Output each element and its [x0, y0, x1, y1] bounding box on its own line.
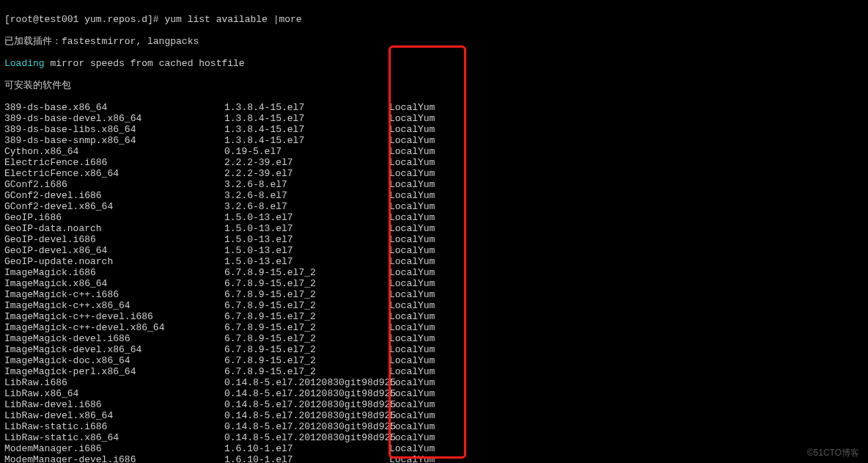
package-version: 6.7.8.9-15.el7_2: [224, 355, 389, 366]
package-version: 1.3.8.4-15.el7: [224, 102, 389, 113]
package-row: LibRaw-static.x86_640.14.8-5.el7.2012083…: [4, 432, 864, 443]
package-version: 6.7.8.9-15.el7_2: [224, 333, 389, 344]
package-name: GeoIP-update.noarch: [4, 256, 224, 267]
package-repo: LocalYum: [389, 421, 448, 432]
package-repo: LocalYum: [389, 377, 448, 388]
package-repo: LocalYum: [389, 454, 448, 463]
package-name: GConf2-devel.i686: [4, 190, 224, 201]
package-name: GConf2-devel.x86_64: [4, 201, 224, 212]
package-version: 6.7.8.9-15.el7_2: [224, 322, 389, 333]
package-version: 6.7.8.9-15.el7_2: [224, 278, 389, 289]
package-repo: LocalYum: [389, 157, 448, 168]
package-repo: LocalYum: [389, 278, 448, 289]
package-repo: LocalYum: [389, 135, 448, 146]
package-repo: LocalYum: [389, 190, 448, 201]
package-repo: LocalYum: [389, 223, 448, 234]
package-row: GConf2-devel.i6863.2.6-8.el7LocalYum: [4, 190, 864, 201]
package-row: GConf2.i6863.2.6-8.el7LocalYum: [4, 179, 864, 190]
plugin-line: 已加载插件：fastestmirror, langpacks: [4, 36, 864, 47]
package-repo: LocalYum: [389, 399, 448, 410]
package-row: ImageMagick-c++.i6866.7.8.9-15.el7_2Loca…: [4, 289, 864, 300]
package-row: ModemManager.i6861.6.10-1.el7LocalYum: [4, 443, 864, 454]
package-name: GConf2.i686: [4, 179, 224, 190]
package-row: 389-ds-base-libs.x86_641.3.8.4-15.el7Loc…: [4, 124, 864, 135]
package-row: LibRaw-devel.x86_640.14.8-5.el7.20120830…: [4, 410, 864, 421]
package-repo: LocalYum: [389, 146, 448, 157]
package-row: ImageMagick-perl.x86_646.7.8.9-15.el7_2L…: [4, 366, 864, 377]
package-version: 1.5.0-13.el7: [224, 256, 389, 267]
package-version: 3.2.6-8.el7: [224, 190, 389, 201]
package-name: ImageMagick-devel.i686: [4, 333, 224, 344]
package-version: 3.2.6-8.el7: [224, 201, 389, 212]
package-version: 6.7.8.9-15.el7_2: [224, 366, 389, 377]
package-version: 1.6.10-1.el7: [224, 454, 389, 463]
package-version: 0.14.8-5.el7.20120830git98d925: [224, 399, 389, 410]
package-repo: LocalYum: [389, 344, 448, 355]
package-version: 6.7.8.9-15.el7_2: [224, 267, 389, 278]
package-row: GConf2-devel.x86_643.2.6-8.el7LocalYum: [4, 201, 864, 212]
package-version: 2.2.2-39.el7: [224, 168, 389, 179]
package-name: ImageMagick-doc.x86_64: [4, 355, 224, 366]
package-version: 0.14.8-5.el7.20120830git98d925: [224, 432, 389, 443]
package-version: 0.14.8-5.el7.20120830git98d925: [224, 377, 389, 388]
package-name: GeoIP.i686: [4, 212, 224, 223]
package-version: 2.2.2-39.el7: [224, 157, 389, 168]
package-row: LibRaw.x86_640.14.8-5.el7.20120830git98d…: [4, 388, 864, 399]
package-repo: LocalYum: [389, 322, 448, 333]
package-repo: LocalYum: [389, 113, 448, 124]
package-row: ElectricFence.x86_642.2.2-39.el7LocalYum: [4, 168, 864, 179]
package-name: GeoIP-data.noarch: [4, 223, 224, 234]
package-repo: LocalYum: [389, 388, 448, 399]
watermark: ©51CTO博客: [807, 448, 859, 459]
package-row: ImageMagick-c++.x86_646.7.8.9-15.el7_2Lo…: [4, 300, 864, 311]
shell-prompt: [root@test001 yum.repos.d]# yum list ava…: [4, 14, 302, 25]
package-repo: LocalYum: [389, 432, 448, 443]
package-name: ModemManager-devel.i686: [4, 454, 224, 463]
package-repo: LocalYum: [389, 234, 448, 245]
loading-rest: mirror speeds from cached hostfile: [45, 58, 245, 69]
package-name: LibRaw-static.i686: [4, 421, 224, 432]
package-version: 1.3.8.4-15.el7: [224, 113, 389, 124]
package-row: LibRaw-static.i6860.14.8-5.el7.20120830g…: [4, 421, 864, 432]
package-name: 389-ds-base.x86_64: [4, 102, 224, 113]
package-row: GeoIP-data.noarch1.5.0-13.el7LocalYum: [4, 223, 864, 234]
package-row: ImageMagick-devel.i6866.7.8.9-15.el7_2Lo…: [4, 333, 864, 344]
package-version: 0.19-5.el7: [224, 146, 389, 157]
package-name: LibRaw-devel.x86_64: [4, 410, 224, 421]
package-repo: LocalYum: [389, 102, 448, 113]
package-name: ImageMagick-c++.i686: [4, 289, 224, 300]
package-list: 389-ds-base.x86_641.3.8.4-15.el7LocalYum…: [4, 102, 864, 463]
loading-word: Loading: [4, 58, 45, 69]
package-name: ImageMagick-devel.x86_64: [4, 344, 224, 355]
terminal-output[interactable]: [root@test001 yum.repos.d]# yum list ava…: [0, 0, 868, 463]
package-repo: LocalYum: [389, 355, 448, 366]
package-repo: LocalYum: [389, 289, 448, 300]
package-repo: LocalYum: [389, 410, 448, 421]
package-repo: LocalYum: [389, 212, 448, 223]
package-name: ImageMagick.i686: [4, 267, 224, 278]
package-name: LibRaw-static.x86_64: [4, 432, 224, 443]
package-version: 6.7.8.9-15.el7_2: [224, 311, 389, 322]
loading-line: Loading mirror speeds from cached hostfi…: [4, 58, 864, 69]
package-version: 0.14.8-5.el7.20120830git98d925: [224, 388, 389, 399]
package-repo: LocalYum: [389, 201, 448, 212]
package-repo: LocalYum: [389, 245, 448, 256]
package-repo: LocalYum: [389, 333, 448, 344]
package-row: 389-ds-base-snmp.x86_641.3.8.4-15.el7Loc…: [4, 135, 864, 146]
prompt-line: [root@test001 yum.repos.d]# yum list ava…: [4, 14, 864, 25]
package-name: 389-ds-base-libs.x86_64: [4, 124, 224, 135]
package-name: ImageMagick-c++-devel.x86_64: [4, 322, 224, 333]
package-name: GeoIP-devel.x86_64: [4, 245, 224, 256]
section-header: 可安装的软件包: [4, 80, 864, 91]
package-name: ImageMagick-c++.x86_64: [4, 300, 224, 311]
package-version: 1.3.8.4-15.el7: [224, 135, 389, 146]
package-row: 389-ds-base-devel.x86_641.3.8.4-15.el7Lo…: [4, 113, 864, 124]
package-repo: LocalYum: [389, 311, 448, 322]
package-version: 1.5.0-13.el7: [224, 245, 389, 256]
package-name: GeoIP-devel.i686: [4, 234, 224, 245]
package-row: ImageMagick.x86_646.7.8.9-15.el7_2LocalY…: [4, 278, 864, 289]
package-name: LibRaw-devel.i686: [4, 399, 224, 410]
package-version: 6.7.8.9-15.el7_2: [224, 300, 389, 311]
package-name: ImageMagick-c++-devel.i686: [4, 311, 224, 322]
package-row: ImageMagick.i6866.7.8.9-15.el7_2LocalYum: [4, 267, 864, 278]
